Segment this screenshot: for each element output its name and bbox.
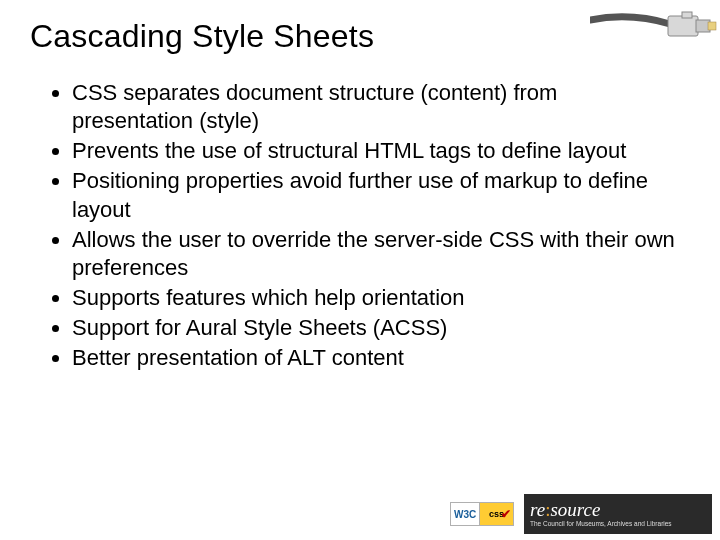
w3c-badge-left: W3C — [451, 503, 480, 525]
ethernet-cable-icon — [590, 6, 720, 48]
list-item: Positioning properties avoid further use… — [72, 167, 690, 223]
list-item: CSS separates document structure (conten… — [72, 79, 690, 135]
resource-tagline: The Council for Museums, Archives and Li… — [530, 520, 706, 527]
list-item: Allows the user to override the server-s… — [72, 226, 690, 282]
list-item: Prevents the use of structural HTML tags… — [72, 137, 690, 165]
list-item: Supports features which help orientation — [72, 284, 690, 312]
w3c-badge-right: css ✔ — [480, 503, 513, 525]
w3c-css-badge: W3C css ✔ — [450, 502, 514, 526]
resource-prefix: re — [530, 499, 545, 520]
resource-logo: re:source The Council for Museums, Archi… — [524, 494, 712, 534]
svg-rect-2 — [708, 22, 716, 30]
slide: Cascading Style Sheets CSS separates doc… — [0, 0, 720, 540]
resource-suffix: source — [550, 499, 600, 520]
svg-rect-3 — [682, 12, 692, 18]
svg-rect-0 — [668, 16, 698, 36]
list-item: Better presentation of ALT content — [72, 344, 690, 372]
resource-logo-text: re:source — [530, 500, 706, 519]
bullet-list: CSS separates document structure (conten… — [30, 79, 690, 373]
list-item: Support for Aural Style Sheets (ACSS) — [72, 314, 690, 342]
check-icon: ✔ — [501, 507, 511, 521]
footer: W3C css ✔ re:source The Council for Muse… — [450, 494, 712, 534]
